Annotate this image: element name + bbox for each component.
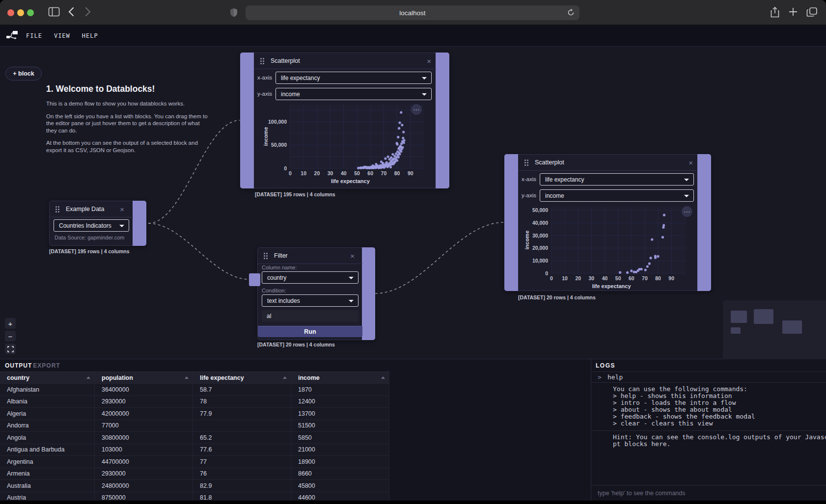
output-port-strip[interactable] (133, 201, 146, 246)
privacy-shield-icon[interactable] (230, 8, 238, 19)
drag-handle-icon[interactable] (524, 159, 526, 166)
minimap-node (754, 309, 773, 324)
flow-canvas[interactable]: + block 1. Welcome to Datablocks! This i… (0, 47, 826, 359)
table-row: Angola3080000065.25850 (0, 432, 389, 444)
chevron-down-icon (684, 179, 689, 181)
column-header[interactable]: life expectancy (193, 372, 291, 383)
node-filter[interactable]: Filter × Column name: country Condition:… (257, 247, 375, 340)
minimap[interactable] (723, 300, 826, 359)
menu-help[interactable]: HELP (82, 32, 98, 39)
sort-arrow-icon[interactable] (381, 376, 385, 379)
drag-handle-icon[interactable] (55, 206, 57, 212)
edge-exampledata-to-filter[interactable] (148, 223, 248, 279)
svg-text:life expectancy: life expectancy (592, 283, 632, 289)
node-scatterplot-right[interactable]: Scatterplot × x-axis life expectancy y-a… (504, 154, 711, 291)
x-axis-label: x-axis (515, 176, 536, 182)
tab-export[interactable]: EXPORT (33, 362, 60, 369)
svg-text:0: 0 (284, 165, 287, 171)
minimize-window-button[interactable] (17, 9, 24, 16)
scatter-chart: 0102030405060708090010,00020,00030,00040… (519, 203, 698, 289)
table-cell: Argentina (0, 456, 95, 468)
edge-filter-to-scatterplot-right[interactable] (375, 222, 504, 293)
sidebar-icon[interactable] (48, 6, 60, 21)
condition-select[interactable]: text includes (262, 294, 358, 307)
data-source-label: Data Source: gapminder.com (55, 235, 124, 240)
node-header[interactable]: Filter × (258, 248, 362, 264)
table-cell: Armenia (0, 468, 95, 480)
table-cell: 12400 (291, 396, 389, 408)
y-axis-select[interactable]: income (540, 189, 694, 202)
input-port-strip[interactable] (504, 154, 518, 291)
zoom-in-button[interactable]: + (5, 318, 16, 329)
drag-handle-icon[interactable] (264, 253, 265, 259)
sort-arrow-icon[interactable] (283, 376, 287, 379)
zoom-out-button[interactable]: − (5, 331, 16, 342)
close-icon[interactable]: × (120, 206, 124, 213)
output-port-strip[interactable] (697, 154, 711, 291)
input-port-strip[interactable] (240, 53, 254, 188)
menu-view[interactable]: VIEW (54, 32, 70, 39)
close-icon[interactable]: × (688, 159, 693, 166)
svg-text:50,000: 50,000 (532, 207, 548, 213)
table-cell: 77 (193, 456, 291, 468)
share-icon[interactable] (770, 6, 780, 20)
x-axis-select[interactable]: life expectancy (540, 173, 694, 186)
logs-output[interactable]: >helpYou can use the following commands:… (592, 371, 826, 485)
svg-text:50,000: 50,000 (271, 142, 287, 148)
table-cell: 24800000 (95, 480, 193, 492)
fit-view-button[interactable] (5, 344, 16, 354)
column-header[interactable]: country (0, 372, 95, 383)
chevron-down-icon (119, 225, 124, 227)
tab-output[interactable]: OUTPUT (5, 362, 32, 369)
svg-text:50: 50 (615, 275, 621, 281)
table-cell: 82.9 (193, 480, 291, 492)
reload-icon[interactable] (567, 8, 575, 18)
drag-handle-icon[interactable] (260, 58, 262, 64)
filter-query-input[interactable] (262, 310, 358, 322)
column-header[interactable]: income (291, 372, 389, 383)
y-axis-select[interactable]: income (275, 88, 432, 100)
dataset-select-value: Countries Indicators (59, 222, 111, 229)
new-tab-icon[interactable] (789, 7, 798, 18)
chart-overflow-icon[interactable]: ⋯ (682, 206, 692, 217)
tab-overview-icon[interactable] (806, 7, 818, 20)
svg-text:70: 70 (642, 275, 648, 281)
table-row: Argentina447000007718900 (0, 456, 389, 468)
x-axis-select[interactable]: life expectancy (275, 72, 432, 84)
node-scatterplot-top[interactable]: Scatterplot × x-axis life expectancy y-a… (240, 53, 449, 188)
svg-text:10: 10 (301, 170, 306, 176)
add-block-button[interactable]: + block (5, 67, 42, 80)
table-row: Algeria4200000077.913700 (0, 408, 389, 420)
table-cell: Australia (0, 480, 95, 492)
url-bar[interactable]: localhost (246, 5, 579, 20)
y-axis-label: y-axis (250, 91, 272, 97)
back-icon[interactable] (68, 7, 75, 19)
output-port-strip[interactable] (436, 53, 449, 188)
prompt-chevron-icon: > (592, 373, 607, 381)
forward-icon[interactable] (84, 7, 91, 19)
close-icon[interactable]: × (427, 57, 431, 65)
svg-text:60: 60 (629, 275, 634, 281)
chevron-down-icon (422, 93, 427, 96)
table-cell: 77.9 (193, 408, 291, 420)
logs-command-input[interactable] (592, 485, 826, 501)
input-port[interactable] (249, 273, 260, 286)
node-example-data[interactable]: Example Data × Countries Indicators Data… (49, 201, 146, 246)
menu-file[interactable]: FILE (26, 32, 42, 39)
node-header[interactable]: Example Data × (50, 201, 133, 217)
close-icon[interactable]: × (350, 252, 355, 260)
dataset-select[interactable]: Countries Indicators (54, 219, 129, 232)
chart-overflow-icon[interactable]: ⋯ (411, 104, 422, 115)
sort-arrow-icon[interactable] (185, 376, 189, 379)
table-cell: 2930000 (95, 396, 193, 408)
close-window-button[interactable] (7, 9, 14, 16)
node-header[interactable]: Scatterplot × (519, 155, 698, 171)
node-header[interactable]: Scatterplot × (254, 53, 436, 69)
output-port-strip[interactable] (362, 247, 375, 340)
zoom-window-button[interactable] (27, 9, 34, 16)
column-header[interactable]: population (95, 372, 193, 383)
column-select[interactable]: country (262, 271, 358, 284)
sort-arrow-icon[interactable] (86, 376, 90, 379)
node-title: Scatterplot (535, 159, 564, 166)
run-button[interactable]: Run (258, 326, 362, 337)
